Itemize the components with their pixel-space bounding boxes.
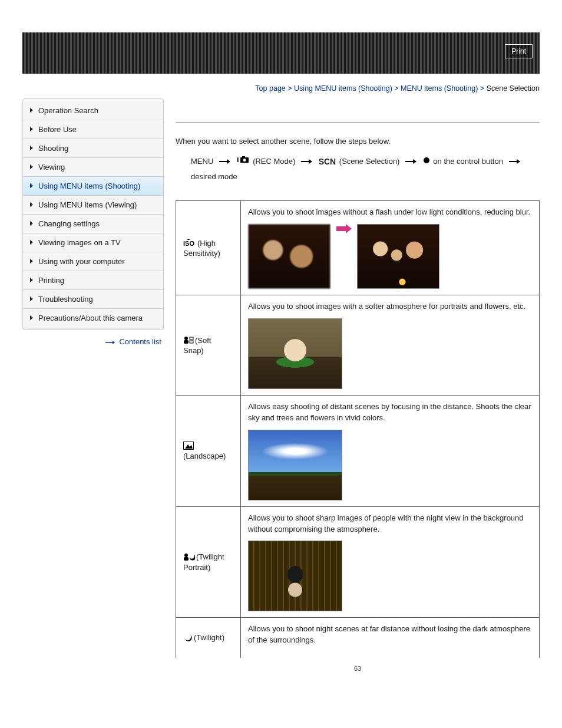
page-number: 63: [176, 665, 540, 672]
svg-point-15: [184, 554, 188, 557]
step-rec-mode: (REC Mode): [253, 157, 295, 166]
sample-image: [248, 430, 342, 500]
sidebar-item-menu-viewing[interactable]: Using MENU items (Viewing): [23, 196, 163, 215]
scene-description: Allows you to shoot night scenes at far …: [248, 624, 532, 646]
arrow-right-icon: [509, 161, 520, 162]
sidebar-item-changing-settings[interactable]: Changing settings: [23, 215, 163, 233]
sidebar-item-label: Changing settings: [38, 219, 100, 228]
scene-label-cell: (Twilight): [176, 618, 241, 658]
sidebar-item-label: Shooting: [38, 144, 68, 153]
step-scene-selection: (Scene Selection): [339, 157, 400, 166]
caret-right-icon: [30, 315, 33, 320]
svg-marker-1: [113, 341, 115, 344]
table-row: (Soft Snap) Allows you to shoot images w…: [176, 295, 540, 396]
scene-table: ISO (High Sensitivity) Allows you to sho…: [176, 200, 540, 658]
sidebar-item-menu-shooting[interactable]: Using MENU items (Shooting): [23, 177, 163, 196]
sidebar-item-troubleshooting[interactable]: Troubleshooting: [23, 290, 163, 309]
svg-point-6: [424, 157, 429, 163]
sidebar-item-shooting[interactable]: Shooting: [23, 139, 163, 158]
sidebar-item-label: Operation Search: [38, 106, 98, 115]
scene-name: (Landscape): [183, 452, 226, 460]
print-button[interactable]: Print: [505, 44, 533, 58]
sidebar-item-precautions[interactable]: Precautions/About this camera: [23, 309, 163, 327]
caret-right-icon: [30, 183, 33, 188]
caret-right-icon: [30, 202, 33, 207]
sidebar-item-label: Precautions/About this camera: [38, 314, 143, 322]
scene-name: (Twilight): [194, 633, 224, 642]
caret-right-icon: [30, 127, 33, 131]
contents-list-link-row: Contents list: [22, 337, 161, 347]
sidebar-item-label: Viewing images on a TV: [38, 238, 121, 247]
scene-description: Allows you to shoot sharp images of peop…: [248, 513, 532, 535]
scene-label-cell: (Soft Snap): [176, 295, 241, 396]
sidebar-column: Operation Search Before Use Shooting Vie…: [22, 98, 164, 347]
arrow-right-icon: [105, 338, 115, 347]
landscape-icon: [183, 442, 194, 452]
breadcrumb-l1[interactable]: Using MENU items (Shooting): [294, 84, 392, 93]
svg-rect-11: [190, 337, 193, 340]
sample-image: [248, 318, 342, 389]
contents-list-link[interactable]: Contents list: [119, 337, 161, 346]
sample-image-row: [248, 224, 532, 289]
scene-description: Allows easy shooting of distant scenes b…: [248, 401, 532, 424]
caret-right-icon: [30, 164, 33, 169]
scene-label-cell: (Twilight Portrait): [176, 506, 241, 618]
svg-rect-10: [184, 340, 189, 344]
caret-right-icon: [30, 240, 33, 245]
breadcrumb-l2[interactable]: MENU items (Shooting): [401, 84, 478, 93]
sidebar-item-operation-search[interactable]: Operation Search: [23, 101, 163, 120]
sidebar-item-label: Printing: [38, 276, 64, 285]
sidebar: Operation Search Before Use Shooting Vie…: [22, 98, 164, 330]
sidebar-item-viewing-tv[interactable]: Viewing images on a TV: [23, 233, 163, 252]
sidebar-item-using-computer[interactable]: Using with your computer: [23, 252, 163, 271]
table-row: ISO (High Sensitivity) Allows you to sho…: [176, 201, 540, 295]
step-desired-mode: desired mode: [191, 172, 237, 181]
main-content: When you want to select another scene, f…: [176, 98, 540, 672]
iso-icon: ISO: [183, 239, 196, 249]
sidebar-item-viewing[interactable]: Viewing: [23, 158, 163, 177]
sidebar-item-printing[interactable]: Printing: [23, 271, 163, 290]
menu-path-steps: MENU i (REC Mode) SCN (Scene Selection) …: [191, 154, 540, 184]
svg-marker-14: [185, 444, 193, 449]
scene-desc-cell: Allows you to shoot night scenes at far …: [241, 618, 540, 658]
arrow-right-icon: [219, 161, 230, 162]
caret-right-icon: [30, 221, 33, 226]
sidebar-item-label: Troubleshooting: [38, 295, 93, 304]
breadcrumb-sep: >: [287, 84, 292, 93]
center-button-icon: [423, 157, 432, 166]
sample-image: [248, 541, 342, 611]
scn-icon: SCN: [319, 157, 336, 166]
breadcrumb-current: Scene Selection: [487, 84, 540, 93]
scene-desc-cell: Allows easy shooting of distant scenes b…: [241, 395, 540, 506]
step-control-button: on the control button: [433, 157, 503, 166]
breadcrumb-top[interactable]: Top page: [255, 84, 285, 93]
camera-auto-icon: i: [237, 154, 250, 169]
scene-desc-cell: Allows you to shoot images without a fla…: [241, 201, 540, 295]
table-row: (Twilight) Allows you to shoot night sce…: [176, 618, 540, 658]
caret-right-icon: [30, 108, 33, 113]
scene-description: Allows you to shoot images with a softer…: [248, 301, 532, 312]
caret-right-icon: [30, 297, 33, 301]
arrow-right-icon: [301, 161, 312, 162]
sidebar-item-label: Using MENU items (Viewing): [38, 200, 137, 209]
step-menu: MENU: [191, 157, 213, 166]
svg-point-9: [184, 337, 188, 340]
sidebar-item-label: Viewing: [38, 163, 65, 172]
breadcrumb-sep: >: [480, 84, 484, 93]
sidebar-item-label: Using MENU items (Shooting): [38, 182, 140, 190]
sidebar-item-label: Using with your computer: [38, 257, 125, 266]
table-row: (Landscape) Allows easy shooting of dist…: [176, 395, 540, 506]
caret-right-icon: [30, 259, 33, 263]
caret-right-icon: [30, 146, 33, 150]
transition-arrow-icon: [336, 224, 352, 235]
caret-right-icon: [30, 278, 33, 282]
sidebar-item-before-use[interactable]: Before Use: [23, 120, 163, 139]
twilight-portrait-icon: [183, 553, 195, 563]
svg-rect-12: [190, 341, 193, 343]
arrow-right-icon: [405, 161, 416, 162]
sample-image-before: [248, 224, 330, 289]
softsnap-icon: [183, 336, 194, 346]
svg-marker-8: [336, 224, 352, 233]
scene-desc-cell: Allows you to shoot sharp images of peop…: [241, 506, 540, 618]
sidebar-item-label: Before Use: [38, 125, 77, 134]
